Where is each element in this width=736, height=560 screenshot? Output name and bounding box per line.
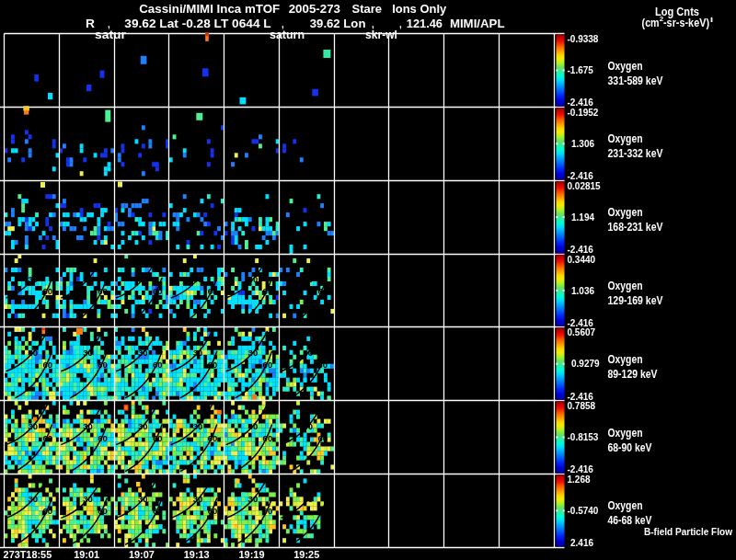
svg-text:60: 60 [263, 286, 273, 296]
svg-text:129-169 keV: 129-169 keV [608, 294, 664, 307]
svg-text:-2.416: -2.416 [568, 245, 594, 255]
svg-text:231-332 keV: 231-332 keV [608, 147, 664, 160]
svg-text:60: 60 [208, 286, 218, 296]
svg-text:19:13: 19:13 [184, 549, 210, 560]
svg-text:30: 30 [83, 494, 93, 504]
svg-text:60: 60 [317, 286, 328, 296]
svg-text:39.62 Lon: 39.62 Lon [310, 17, 366, 30]
svg-text:Oxygen: Oxygen [608, 499, 643, 512]
svg-text:1.268: 1.268 [568, 474, 591, 485]
svg-text:60: 60 [98, 433, 108, 443]
svg-text:Oxygen: Oxygen [608, 353, 643, 366]
svg-text:30: 30 [29, 494, 39, 504]
svg-text:Ions Only: Ions Only [392, 2, 447, 16]
svg-text:60: 60 [98, 360, 108, 370]
svg-text:60: 60 [153, 506, 163, 516]
svg-text:60: 60 [263, 360, 273, 370]
svg-text:30: 30 [83, 421, 93, 431]
svg-text:89-129 keV: 89-129 keV [608, 368, 659, 381]
svg-text:121.46: 121.46 [407, 17, 443, 30]
svg-text:331-589 keV: 331-589 keV [608, 74, 664, 87]
svg-text:Cassini/MIMI Inca mTOF: Cassini/MIMI Inca mTOF [139, 2, 280, 16]
svg-text:30: 30 [193, 274, 203, 284]
svg-text:-2.416: -2.416 [568, 464, 594, 474]
svg-text:60: 60 [43, 286, 53, 296]
svg-text:30: 30 [29, 274, 39, 284]
svg-text:30: 30 [138, 348, 148, 358]
svg-text:R: R [86, 17, 95, 30]
svg-text:1.194: 1.194 [571, 212, 594, 223]
svg-text:30: 30 [83, 348, 93, 358]
svg-text:30: 30 [83, 274, 93, 284]
svg-text:0.02815: 0.02815 [568, 181, 602, 191]
svg-text:-2.416: -2.416 [568, 392, 594, 402]
svg-text:Oxygen: Oxygen [608, 60, 643, 73]
svg-text:168-231 keV: 168-231 keV [608, 221, 664, 234]
svg-text:Stare: Stare [352, 2, 383, 16]
svg-text:0.9279: 0.9279 [571, 359, 600, 369]
svg-text:60: 60 [263, 433, 273, 443]
svg-text:,: , [399, 19, 402, 29]
svg-text:-1.675: -1.675 [568, 65, 594, 75]
svg-text:30: 30 [303, 421, 313, 431]
svg-text:30: 30 [193, 348, 203, 358]
svg-text:(cm: (cm [642, 17, 660, 29]
svg-text:-0.9338: -0.9338 [568, 34, 599, 44]
svg-text:60: 60 [153, 286, 163, 296]
svg-text:273T18:55: 273T18:55 [4, 549, 52, 560]
svg-text:30: 30 [193, 421, 203, 431]
svg-text:30: 30 [29, 348, 39, 358]
svg-text:30: 30 [248, 274, 259, 284]
svg-text:MIMI/APL: MIMI/APL [450, 17, 505, 30]
svg-text:60: 60 [43, 433, 53, 443]
svg-text:30: 30 [248, 421, 259, 431]
svg-text:60: 60 [98, 286, 108, 296]
svg-text:B-field Particle Flow: B-field Particle Flow [644, 527, 732, 537]
svg-text:Oxygen: Oxygen [608, 427, 643, 440]
svg-text:60: 60 [208, 360, 218, 370]
svg-text:30: 30 [193, 494, 203, 504]
svg-text:0.3440: 0.3440 [568, 255, 596, 265]
svg-text:0.5607: 0.5607 [568, 327, 596, 337]
svg-text:30: 30 [303, 348, 313, 358]
svg-text:30: 30 [138, 494, 148, 504]
svg-text:-sr-s-keV): -sr-s-keV) [663, 17, 709, 29]
svg-text:-2.416: -2.416 [568, 171, 594, 181]
svg-text:0.7858: 0.7858 [568, 401, 596, 411]
svg-text:68-90 keV: 68-90 keV [608, 441, 653, 454]
svg-text:30: 30 [303, 274, 313, 284]
svg-text:30: 30 [138, 274, 148, 284]
svg-text:30: 30 [29, 421, 39, 431]
svg-text:2005-273: 2005-273 [289, 2, 340, 16]
svg-text:skr-wl: skr-wl [365, 29, 397, 41]
svg-text:saturn: saturn [270, 29, 305, 41]
svg-text:30: 30 [303, 494, 313, 504]
svg-text:1.306: 1.306 [571, 139, 594, 149]
svg-text:30: 30 [138, 421, 148, 431]
svg-text:-0.5740: -0.5740 [568, 506, 599, 516]
svg-text:60: 60 [263, 506, 273, 516]
svg-text:60: 60 [317, 360, 328, 370]
svg-text:-2.416: -2.416 [568, 318, 594, 328]
svg-text:60: 60 [208, 433, 218, 443]
svg-text:60: 60 [317, 433, 328, 443]
svg-text:2.416: 2.416 [570, 538, 593, 548]
svg-text:satur: satur [95, 29, 126, 41]
svg-text:60: 60 [317, 506, 328, 516]
svg-text:60: 60 [208, 506, 218, 516]
svg-text:19:07: 19:07 [129, 549, 155, 560]
svg-text:30: 30 [248, 494, 259, 504]
svg-text:46-68 keV: 46-68 keV [608, 514, 653, 527]
svg-text:Oxygen: Oxygen [608, 280, 643, 292]
svg-text:30: 30 [248, 348, 259, 358]
svg-text:60: 60 [43, 506, 53, 516]
svg-text:19:25: 19:25 [293, 549, 319, 560]
svg-text:1.036: 1.036 [571, 286, 594, 296]
svg-text:-0.8153: -0.8153 [568, 432, 599, 442]
svg-text:19:01: 19:01 [74, 549, 99, 560]
svg-text:60: 60 [153, 433, 163, 443]
svg-text:Oxygen: Oxygen [608, 206, 643, 219]
svg-text:60: 60 [153, 360, 163, 370]
svg-text:-2.416: -2.416 [568, 97, 594, 108]
svg-text:19:19: 19:19 [239, 549, 265, 560]
